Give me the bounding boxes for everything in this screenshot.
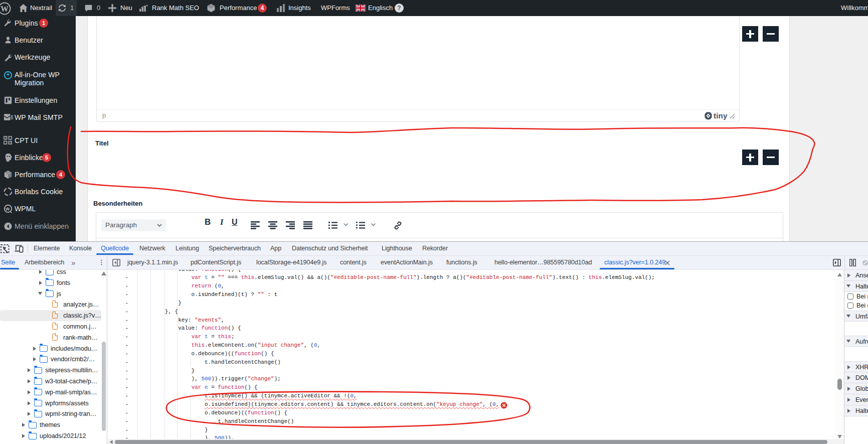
svg-text:W: W [1, 5, 9, 13]
